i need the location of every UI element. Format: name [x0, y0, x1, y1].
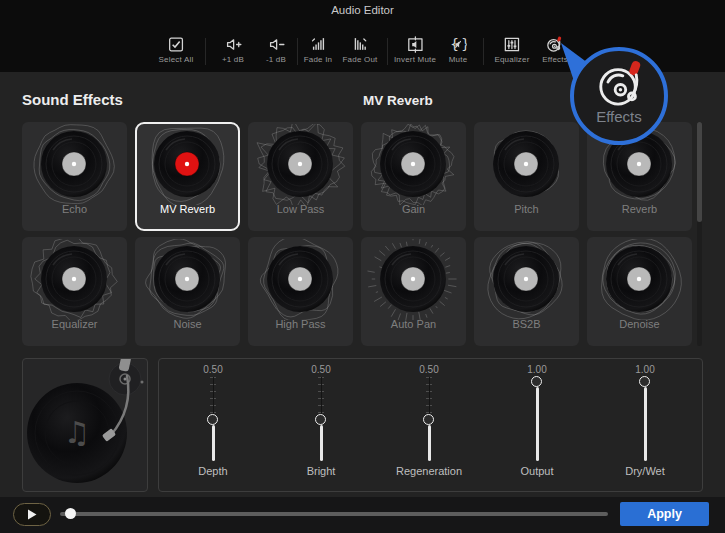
toolbar-item-label: Equalizer [494, 55, 529, 64]
disc-equalizer-icon [24, 239, 125, 320]
effect-tile-label: High Pass [275, 318, 325, 330]
toolbar-fade-in[interactable]: Fade In [304, 36, 333, 64]
slider-regeneration[interactable]: 0.50 Regeneration [375, 359, 483, 477]
slider-dry-wet[interactable]: 1.00 Dry/Wet [591, 359, 699, 477]
toolbar--1-db[interactable]: -1 dB [266, 36, 286, 64]
effect-tile-label: Noise [173, 318, 201, 330]
toolbar-separator [297, 38, 298, 65]
slider-track[interactable] [530, 377, 544, 461]
slider-depth[interactable]: 0.50 Depth [159, 359, 267, 477]
mute-icon: {} [450, 36, 467, 53]
effect-tile-noise[interactable]: Noise [135, 237, 240, 346]
effect-tile-echo[interactable]: Echo [22, 122, 127, 231]
effect-tile-label: Auto Pan [391, 318, 436, 330]
toolbar-separator [483, 38, 484, 65]
toolbar-invert-mute[interactable]: Invert Mute [394, 36, 436, 64]
effect-tile-denoise[interactable]: Denoise [587, 237, 692, 346]
slider-knob[interactable] [315, 414, 326, 425]
apply-button[interactable]: Apply [620, 502, 709, 526]
disc-denoise-icon [589, 239, 690, 320]
effect-tile-bs2b[interactable]: BS2B [474, 237, 579, 346]
toolbar-fade-out[interactable]: Fade Out [343, 36, 378, 64]
select-all-icon [168, 36, 185, 53]
slider-value: 1.00 [527, 364, 546, 375]
disc-bs2b-icon [476, 239, 577, 320]
effects-grid: Echo MV Reverb Low Pass Gain Pit [22, 122, 700, 346]
toolbar-select-all[interactable]: Select All [159, 36, 194, 64]
slider-bright[interactable]: 0.50 Bright [267, 359, 375, 477]
slider-track-upper [321, 377, 322, 414]
effect-tile-mv-reverb[interactable]: MV Reverb [135, 122, 240, 231]
turntable-icon: ♫ [23, 359, 147, 491]
effect-preview: ♫ [22, 358, 148, 492]
playback-progress-track[interactable] [60, 512, 608, 516]
effect-tile-label: Echo [62, 203, 87, 215]
slider-knob[interactable] [639, 376, 650, 387]
play-button[interactable] [13, 503, 51, 526]
slider-track-fill [320, 425, 323, 461]
section-title: Sound Effects [22, 91, 123, 108]
slider-value: 0.50 [203, 364, 222, 375]
slider-track[interactable] [422, 377, 436, 461]
toolbar-item-label: +1 dB [222, 55, 244, 64]
disc-noise-icon [137, 239, 238, 320]
toolbar-item-label: Select All [159, 55, 194, 64]
toolbar-item-label: Invert Mute [394, 55, 436, 64]
effect-tile-label: Equalizer [52, 318, 98, 330]
disc-mvreverb-icon [137, 124, 238, 205]
slider-track-fill [428, 425, 431, 461]
effect-tile-pitch[interactable]: Pitch [474, 122, 579, 231]
disc-autopan-icon [363, 239, 464, 320]
effect-parameters-panel: 0.50 Depth0.50 Bright0.50 Regeneration1.… [158, 358, 703, 492]
toolbar-mute[interactable]: {}Mute [449, 36, 468, 64]
effect-tile-label: BS2B [512, 318, 540, 330]
fade-in-icon [310, 36, 327, 53]
volume-minus-icon [268, 36, 285, 53]
effect-tile-label: Gain [402, 203, 425, 215]
slider-value: 0.50 [311, 364, 330, 375]
toolbar--1-db[interactable]: +1 dB [222, 36, 244, 64]
toolbar-item-label: Mute [449, 55, 468, 64]
callout-label: Effects [596, 108, 642, 125]
slider-knob[interactable] [423, 414, 434, 425]
equalizer-icon [504, 36, 521, 53]
toolbar-separator [205, 38, 206, 65]
toolbar-separator [387, 38, 388, 65]
slider-track[interactable] [638, 377, 652, 461]
slider-track[interactable] [314, 377, 328, 461]
slider-knob[interactable] [531, 376, 542, 387]
effect-tile-high-pass[interactable]: High Pass [248, 237, 353, 346]
effect-tile-gain[interactable]: Gain [361, 122, 466, 231]
effects-callout: Effects [570, 47, 668, 145]
toolbar-item-label: Fade In [304, 55, 333, 64]
slider-track-fill [212, 425, 215, 461]
toolbar-equalizer[interactable]: Equalizer [494, 36, 529, 64]
effect-tile-auto-pan[interactable]: Auto Pan [361, 237, 466, 346]
volume-plus-icon [224, 36, 241, 53]
svg-text:♫: ♫ [64, 415, 91, 450]
effect-tile-low-pass[interactable]: Low Pass [248, 122, 353, 231]
slider-label: Output [520, 465, 553, 477]
slider-track-upper [429, 377, 430, 414]
slider-track-fill [644, 387, 647, 461]
slider-label: Depth [198, 465, 227, 477]
transport-bar: Apply [0, 497, 725, 533]
toolbar-item-label: -1 dB [266, 55, 286, 64]
effect-tile-equalizer[interactable]: Equalizer [22, 237, 127, 346]
grid-scrollbar [697, 122, 702, 346]
slider-value: 1.00 [635, 364, 654, 375]
play-icon [27, 509, 37, 520]
slider-output[interactable]: 1.00 Output [483, 359, 591, 477]
effect-tile-label: Reverb [622, 203, 657, 215]
fade-out-icon [351, 36, 368, 53]
invert-mute-icon [407, 36, 424, 53]
slider-knob[interactable] [207, 414, 218, 425]
slider-track-upper [213, 377, 214, 414]
grid-scrollbar-thumb[interactable] [697, 122, 702, 222]
selected-effect-name: MV Reverb [363, 93, 433, 108]
slider-track[interactable] [206, 377, 220, 461]
slider-label: Regeneration [396, 465, 462, 477]
disc-echo-icon [24, 124, 125, 205]
slider-value: 0.50 [419, 364, 438, 375]
playback-progress-handle[interactable] [65, 508, 76, 519]
